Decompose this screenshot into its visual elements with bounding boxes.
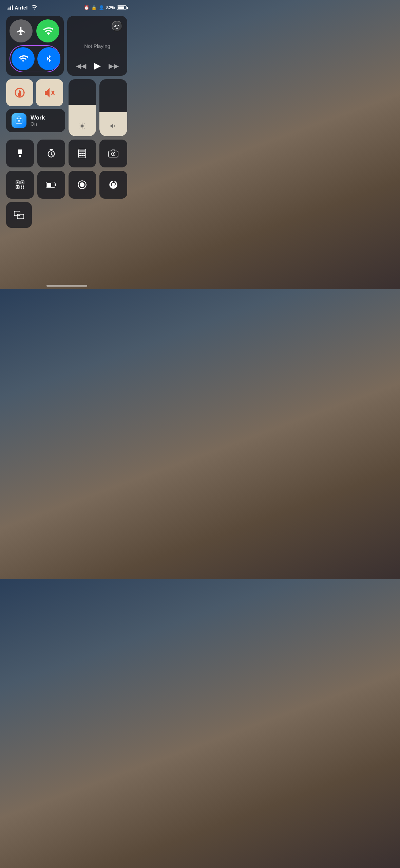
svg-rect-12 — [81, 153, 83, 155]
svg-rect-21 — [17, 181, 19, 183]
calculator-button[interactable] — [69, 140, 96, 167]
svg-rect-29 — [23, 187, 24, 189]
brightness-icon — [78, 122, 86, 131]
media-top-row — [72, 21, 122, 32]
svg-rect-14 — [79, 155, 81, 157]
svg-rect-27 — [23, 185, 24, 187]
svg-point-6 — [81, 124, 84, 127]
svg-rect-23 — [22, 181, 23, 183]
volume-icon — [110, 122, 117, 131]
screen-record-button[interactable] — [69, 171, 96, 199]
hotspot-button[interactable] — [36, 19, 59, 42]
brightness-fill — [69, 105, 96, 136]
low-power-button[interactable] — [37, 171, 65, 199]
airplane-mode-button[interactable] — [9, 19, 33, 42]
brightness-slider[interactable] — [69, 79, 96, 136]
control-center: Not Playing ◀◀ ▶ ▶▶ — [0, 13, 133, 136]
wifi-toggle-button[interactable] — [12, 47, 35, 70]
camera-button[interactable] — [99, 140, 127, 167]
sliders-container — [69, 79, 128, 136]
svg-rect-35 — [17, 214, 24, 219]
second-row: Work On — [6, 79, 127, 136]
svg-rect-11 — [79, 153, 81, 155]
signal-bars — [7, 6, 13, 10]
svg-point-33 — [80, 182, 84, 187]
svg-rect-7 — [19, 150, 21, 153]
media-next-button[interactable]: ▶▶ — [109, 62, 119, 70]
status-left: Airtel ︎ — [7, 5, 37, 11]
bluetooth-toggle-button[interactable] — [37, 47, 60, 70]
svg-rect-25 — [17, 186, 19, 188]
media-play-button[interactable]: ▶ — [94, 60, 101, 71]
work-focus-tile[interactable]: Work On — [6, 109, 65, 132]
media-controls: ◀◀ ▶ ▶▶ — [72, 60, 122, 71]
wifi-status-icon: ︎ — [30, 5, 37, 11]
connectivity-panel — [6, 16, 64, 76]
work-subtitle: On — [31, 121, 45, 127]
svg-rect-16 — [83, 155, 85, 157]
media-player-panel: Not Playing ◀◀ ▶ ▶▶ — [67, 16, 127, 76]
work-focus-icon — [12, 113, 26, 128]
status-right: ⏰ 🔒 👤 82% — [84, 5, 127, 10]
battery-indicator — [117, 5, 127, 10]
work-title: Work — [31, 114, 45, 121]
screen-time-button[interactable] — [6, 79, 33, 106]
highlighted-connectivity-row — [9, 45, 60, 72]
carrier-name: Airtel — [15, 5, 27, 11]
volume-slider[interactable] — [99, 79, 127, 136]
contact-icon: 👤 — [99, 5, 104, 10]
orientation-lock-icon: 🔒 — [91, 5, 97, 10]
svg-rect-15 — [81, 155, 83, 157]
battery-percentage: 82% — [106, 5, 115, 10]
svg-rect-10 — [79, 150, 85, 152]
buttons-grid — [0, 140, 133, 199]
media-prev-button[interactable]: ◀◀ — [76, 62, 86, 70]
media-status: Not Playing — [72, 32, 122, 60]
mute-button[interactable] — [36, 79, 63, 106]
last-row — [0, 202, 133, 228]
flashlight-button[interactable] — [6, 140, 34, 167]
focus-row — [6, 79, 65, 106]
left-column: Work On — [6, 79, 65, 136]
home-indicator — [46, 285, 87, 287]
svg-rect-13 — [83, 153, 85, 155]
svg-rect-31 — [47, 183, 51, 187]
svg-rect-5 — [18, 120, 20, 122]
svg-rect-26 — [21, 185, 22, 187]
qr-code-button[interactable] — [6, 171, 34, 199]
screen-mirror-button[interactable] — [6, 202, 32, 228]
svg-rect-28 — [21, 187, 22, 189]
timer-button[interactable] — [37, 140, 65, 167]
top-row: Not Playing ◀◀ ▶ ▶▶ — [6, 16, 127, 76]
svg-point-19 — [113, 153, 114, 155]
work-text: Work On — [31, 114, 45, 127]
airplay-button[interactable] — [112, 21, 122, 32]
alarm-icon: ⏰ — [84, 5, 89, 10]
shazam-button[interactable] — [99, 171, 127, 199]
status-bar: Airtel ︎ ⏰ 🔒 👤 82% — [0, 0, 133, 13]
